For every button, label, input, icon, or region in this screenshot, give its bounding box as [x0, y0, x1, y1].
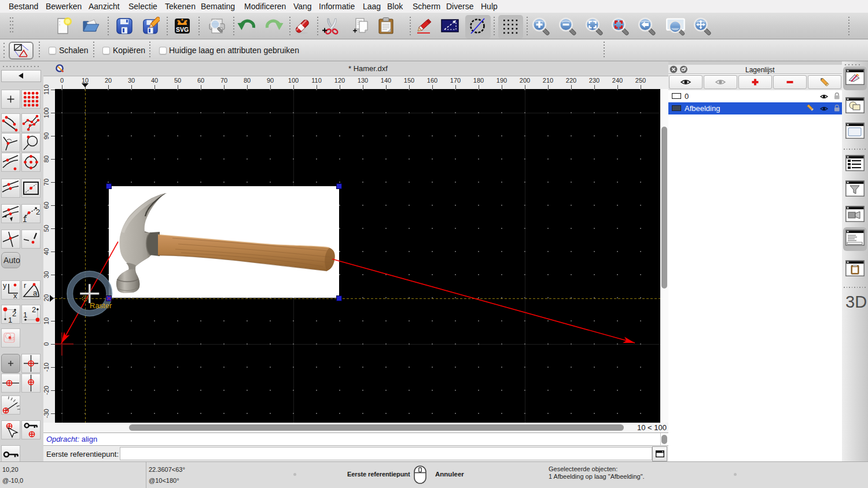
svg-text:r: r — [24, 281, 27, 290]
svg-text:x: x — [13, 291, 17, 300]
svg-text:2: 2 — [12, 309, 16, 318]
svg-text:1: 1 — [23, 215, 27, 223]
svg-text:SVG: SVG — [176, 26, 189, 33]
svg-text:a: a — [33, 289, 38, 297]
svg-text:y: y — [3, 281, 7, 290]
svg-text:2: 2 — [32, 305, 36, 314]
svg-text:Raster: Raster — [90, 301, 112, 310]
svg-text:1: 1 — [23, 310, 27, 319]
